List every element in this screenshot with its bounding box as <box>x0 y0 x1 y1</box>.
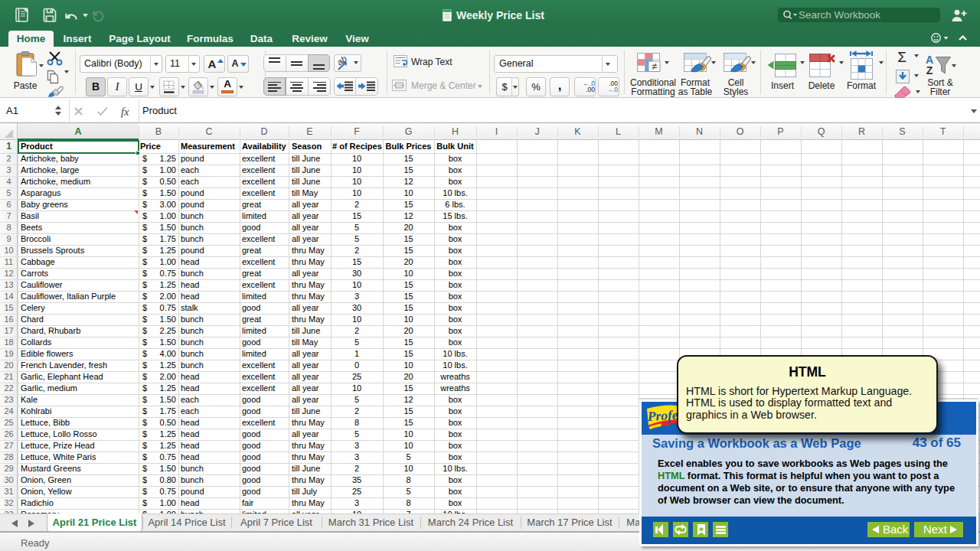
svg-text:≠: ≠ <box>652 60 657 72</box>
svg-text:fx: fx <box>121 106 129 118</box>
